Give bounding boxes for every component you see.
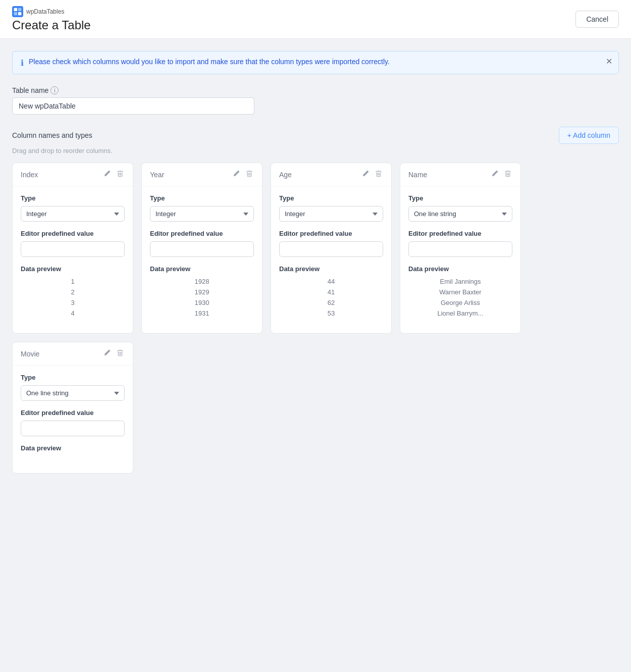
preview-value: 4 <box>21 309 125 317</box>
preview-values: 1234 <box>21 278 125 317</box>
editor-predefined-label: Editor predefined value <box>408 230 512 237</box>
cancel-button[interactable]: Cancel <box>575 11 619 28</box>
card-body: TypeIntegerFloatStringDateOne line strin… <box>13 186 133 325</box>
preview-value: 41 <box>279 288 383 296</box>
svg-rect-4 <box>18 12 21 15</box>
info-banner: ℹ Please check which columns would you l… <box>12 51 619 74</box>
data-preview-label: Data preview <box>21 265 125 273</box>
preview-value: 1929 <box>150 288 254 296</box>
type-select[interactable]: IntegerFloatStringDateOne line string <box>279 206 383 222</box>
svg-rect-2 <box>18 8 21 11</box>
edit-column-button[interactable] <box>361 169 370 180</box>
type-select[interactable]: IntegerFloatStringDateOne line string <box>408 206 512 222</box>
card-actions <box>102 169 125 180</box>
column-card: YearTypeIntegerFloatStringDateOne line s… <box>141 163 262 334</box>
column-card: MovieTypeIntegerFloatStringDateOne line … <box>12 342 133 474</box>
edit-column-button[interactable] <box>102 348 112 359</box>
preview-values: Emil JanningsWarner BaxterGeorge ArlissL… <box>408 278 512 317</box>
columns-grid-row2: MovieTypeIntegerFloatStringDateOne line … <box>12 342 619 474</box>
editor-predefined-input[interactable] <box>150 241 254 257</box>
data-preview-label: Data preview <box>150 265 254 273</box>
column-card: NameTypeIntegerFloatStringDateOne line s… <box>400 163 521 334</box>
preview-value: 53 <box>279 309 383 317</box>
card-actions <box>102 348 125 359</box>
columns-grid: IndexTypeIntegerFloatStringDateOne line … <box>12 163 619 334</box>
preview-value: 1 <box>21 278 125 285</box>
svg-rect-3 <box>14 12 17 15</box>
preview-value: Lionel Barrym... <box>408 309 512 317</box>
page-title: Create a Table <box>12 18 91 32</box>
edit-column-button[interactable] <box>490 169 499 180</box>
card-actions <box>361 169 383 180</box>
preview-value: Emil Jannings <box>408 278 512 285</box>
add-column-button[interactable]: + Add column <box>559 127 619 144</box>
preview-value: 1928 <box>150 278 254 285</box>
column-name: Name <box>408 171 427 179</box>
brand-icon <box>12 6 23 17</box>
card-actions <box>232 169 254 180</box>
type-label: Type <box>279 194 383 202</box>
data-preview-label: Data preview <box>21 444 125 452</box>
card-header: Movie <box>13 342 133 366</box>
type-select[interactable]: IntegerFloatStringDateOne line string <box>150 206 254 222</box>
close-banner-button[interactable]: ✕ <box>606 57 612 66</box>
column-name: Age <box>279 171 292 179</box>
editor-predefined-input[interactable] <box>279 241 383 257</box>
table-name-label: Table name i <box>12 86 619 94</box>
columns-section-title: Column names and types <box>12 131 92 139</box>
preview-values: 44416253 <box>279 278 383 317</box>
brand: wpDataTables <box>12 6 91 17</box>
delete-column-button[interactable] <box>503 169 512 180</box>
table-name-info-icon[interactable]: i <box>50 86 59 94</box>
table-name-input[interactable] <box>12 97 254 115</box>
delete-column-button[interactable] <box>245 169 254 180</box>
drag-hint: Drag and drop to reorder columns. <box>12 147 619 154</box>
preview-value: George Arliss <box>408 299 512 306</box>
editor-predefined-label: Editor predefined value <box>150 230 254 237</box>
card-body: TypeIntegerFloatStringDateOne line strin… <box>142 186 262 325</box>
preview-value: 62 <box>279 299 383 306</box>
preview-value: 44 <box>279 278 383 285</box>
editor-predefined-input[interactable] <box>21 241 125 257</box>
column-name: Index <box>21 171 38 179</box>
card-header: Name <box>400 163 520 186</box>
card-body: TypeIntegerFloatStringDateOne line strin… <box>13 366 133 465</box>
column-name: Year <box>150 171 164 179</box>
preview-value: 1930 <box>150 299 254 306</box>
column-name: Movie <box>21 350 39 358</box>
card-header: Index <box>13 163 133 186</box>
editor-predefined-label: Editor predefined value <box>21 409 125 417</box>
data-preview-label: Data preview <box>279 265 383 273</box>
info-icon: ℹ <box>21 58 24 68</box>
delete-column-button[interactable] <box>116 348 125 359</box>
preview-value: 1931 <box>150 309 254 317</box>
svg-rect-1 <box>14 8 17 11</box>
delete-column-button[interactable] <box>374 169 383 180</box>
delete-column-button[interactable] <box>116 169 125 180</box>
preview-values: 1928192919301931 <box>150 278 254 317</box>
preview-value: Warner Baxter <box>408 288 512 296</box>
type-select[interactable]: IntegerFloatStringDateOne line string <box>21 385 125 401</box>
type-label: Type <box>21 374 125 381</box>
edit-column-button[interactable] <box>102 169 112 180</box>
card-body: TypeIntegerFloatStringDateOne line strin… <box>271 186 391 325</box>
column-card: AgeTypeIntegerFloatStringDateOne line st… <box>271 163 392 334</box>
editor-predefined-input[interactable] <box>21 421 125 436</box>
preview-value: 2 <box>21 288 125 296</box>
editor-predefined-label: Editor predefined value <box>279 230 383 237</box>
editor-predefined-input[interactable] <box>408 241 512 257</box>
edit-column-button[interactable] <box>232 169 241 180</box>
type-label: Type <box>150 194 254 202</box>
banner-text: Please check which columns would you lik… <box>29 58 390 66</box>
type-select[interactable]: IntegerFloatStringDateOne line string <box>21 206 125 222</box>
card-header: Age <box>271 163 391 186</box>
svg-rect-0 <box>12 6 23 17</box>
data-preview-label: Data preview <box>408 265 512 273</box>
column-card: IndexTypeIntegerFloatStringDateOne line … <box>12 163 133 334</box>
preview-value: 3 <box>21 299 125 306</box>
card-body: TypeIntegerFloatStringDateOne line strin… <box>400 186 520 325</box>
type-label: Type <box>408 194 512 202</box>
editor-predefined-label: Editor predefined value <box>21 230 125 237</box>
card-header: Year <box>142 163 262 186</box>
card-actions <box>490 169 512 180</box>
